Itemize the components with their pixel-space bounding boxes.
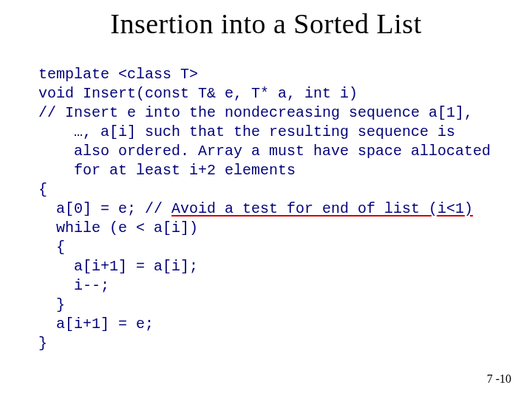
- code-block: template <class T> void Insert(const T& …: [0, 46, 532, 353]
- code-comment-body: Insert e into the nondecreasing sequence…: [65, 104, 499, 179]
- code-line: a[0] = e; //: [38, 200, 171, 217]
- code-comment: // Insert e into the nondecreasing seque…: [38, 103, 494, 180]
- code-line: a[i+1] = e;: [38, 316, 154, 332]
- code-line: }: [38, 335, 47, 352]
- code-underlined: Avoid a test for end of list (i<1): [171, 200, 473, 217]
- code-comment-prefix: //: [38, 104, 65, 121]
- code-line: template <class T>: [38, 66, 198, 83]
- slide: Insertion into a Sorted List template <c…: [0, 0, 532, 399]
- code-line: void Insert(const T& e, T* a, int i): [38, 85, 358, 102]
- code-line: while (e < a[i]): [38, 219, 198, 236]
- slide-title: Insertion into a Sorted List: [0, 0, 532, 46]
- code-line: {: [38, 239, 65, 256]
- code-line: a[i+1] = a[i];: [38, 258, 198, 275]
- code-line: i--;: [38, 277, 109, 294]
- page-number: 7 -10: [487, 372, 511, 386]
- code-line: }: [38, 296, 65, 313]
- code-line: {: [38, 181, 47, 198]
